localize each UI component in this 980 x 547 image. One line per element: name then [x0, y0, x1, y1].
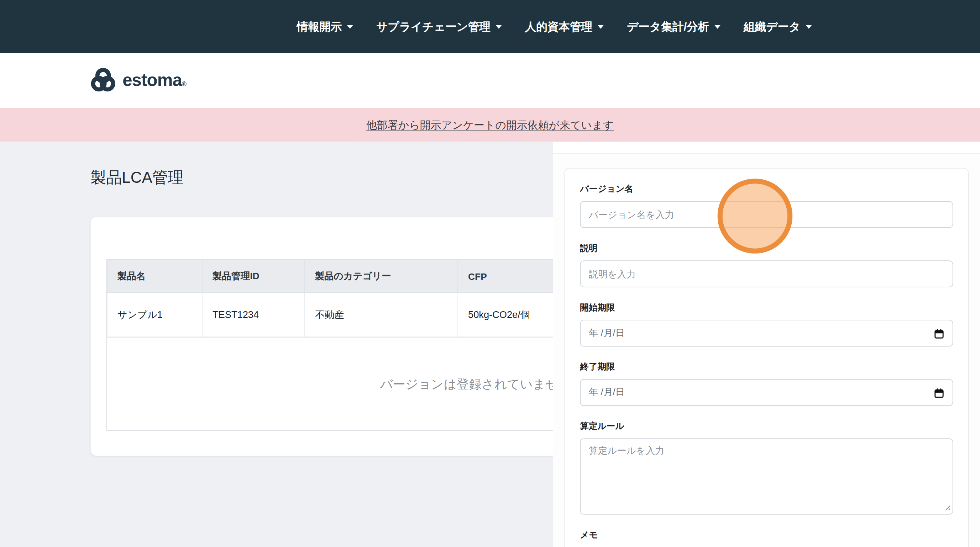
calc-rule-textarea[interactable]	[580, 439, 953, 515]
field-start-date: 開始期限 年 /月/日	[580, 302, 953, 347]
date-placeholder: 年 /月/日	[589, 327, 625, 339]
column-header-product-id: 製品管理ID	[202, 260, 305, 292]
end-date-input[interactable]: 年 /月/日	[580, 379, 953, 406]
memo-label: メモ	[580, 530, 953, 541]
app-bar: estoma® 質問票データベース 事例検索	[0, 53, 980, 108]
field-end-date: 終了期限 年 /月/日	[580, 362, 953, 406]
estoma-knot-icon	[89, 67, 117, 94]
nav-item-information-disclosure[interactable]: 情報開示	[297, 19, 353, 34]
cell-product-id: TEST1234	[202, 293, 305, 337]
nav-item-label: サプライチェーン管理	[376, 19, 490, 34]
nav-item-organization-data[interactable]: 組織データ	[744, 19, 811, 34]
chevron-down-icon	[347, 25, 353, 29]
chevron-down-icon	[597, 25, 604, 29]
start-date-input[interactable]: 年 /月/日	[580, 320, 953, 346]
nav-item-human-capital[interactable]: 人的資本管理	[525, 19, 604, 34]
brand-name: estoma®	[123, 70, 186, 90]
alert-banner: 他部署から開示アンケートの開示依頼が来ています	[0, 108, 980, 142]
click-marker-circle	[718, 179, 793, 254]
field-calc-rule: 算定ルール	[580, 421, 953, 514]
application-window: 情報開示 サプライチェーン管理 人的資本管理 データ集計/分析 組織データ	[0, 0, 980, 547]
date-placeholder: 年 /月/日	[589, 387, 625, 398]
page-title: 製品LCA管理	[91, 168, 184, 188]
column-header-product-category: 製品のカテゴリー	[305, 260, 458, 292]
column-header-product-name: 製品名	[107, 260, 202, 292]
drawer-header	[553, 142, 980, 154]
nav-item-data-aggregation[interactable]: データ集計/分析	[627, 19, 721, 34]
chevron-down-icon	[714, 25, 721, 29]
calendar-icon[interactable]	[934, 388, 944, 398]
description-input[interactable]	[580, 260, 953, 287]
empty-state-message: バージョンは登録されていません	[380, 376, 571, 392]
start-date-label: 開始期限	[580, 302, 953, 314]
end-date-label: 終了期限	[580, 362, 953, 373]
nav-item-supply-chain[interactable]: サプライチェーン管理	[376, 19, 502, 34]
calendar-icon[interactable]	[934, 329, 944, 339]
nav-item-label: 情報開示	[297, 19, 342, 34]
cell-product-name: サンプル1	[107, 293, 202, 337]
nav-item-label: 人的資本管理	[525, 19, 593, 34]
chevron-down-icon	[496, 25, 502, 29]
cell-product-category: 不動産	[305, 293, 458, 337]
resize-handle-icon[interactable]	[943, 503, 950, 511]
disclosure-request-link[interactable]: 他部署から開示アンケートの開示依頼が来ています	[366, 118, 614, 132]
nav-item-label: 組織データ	[744, 19, 800, 34]
calc-rule-label: 算定ルール	[580, 421, 953, 432]
chevron-down-icon	[806, 25, 812, 29]
top-navigation: 情報開示 サプライチェーン管理 人的資本管理 データ集計/分析 組織データ	[0, 0, 980, 53]
registered-mark: ®	[182, 80, 186, 87]
brand-logo[interactable]: estoma®	[89, 53, 186, 108]
field-memo: メモ	[580, 530, 953, 541]
nav-item-label: データ集計/分析	[627, 19, 710, 34]
